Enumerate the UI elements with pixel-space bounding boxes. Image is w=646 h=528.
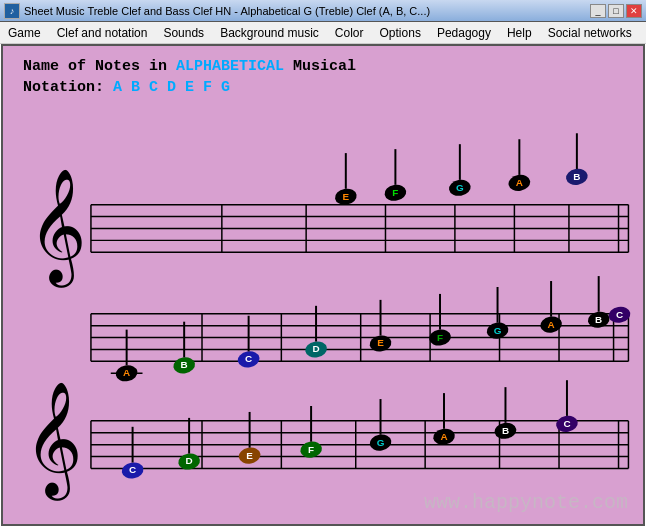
svg-text:A: A xyxy=(123,367,130,378)
svg-text:E: E xyxy=(343,191,350,202)
svg-text:G: G xyxy=(456,182,464,193)
menu-social[interactable]: Social networks xyxy=(540,24,640,42)
svg-text:C: C xyxy=(245,353,252,364)
svg-text:A: A xyxy=(516,177,523,188)
svg-text:D: D xyxy=(186,455,193,466)
menu-options[interactable]: Options xyxy=(372,24,429,42)
svg-text:B: B xyxy=(181,359,188,370)
treble-clef-1: 𝄞 xyxy=(28,169,87,288)
menubar: Game Clef and notation Sounds Background… xyxy=(0,22,646,44)
svg-text:E: E xyxy=(377,337,384,348)
app-icon: ♪ xyxy=(4,3,20,19)
titlebar: ♪ Sheet Music Treble Clef and Bass Clef … xyxy=(0,0,646,22)
menu-background-music[interactable]: Background music xyxy=(212,24,327,42)
svg-text:F: F xyxy=(437,332,443,343)
svg-text:A: A xyxy=(440,431,447,442)
menu-help[interactable]: Help xyxy=(499,24,540,42)
svg-text:G: G xyxy=(494,325,502,336)
svg-text:A: A xyxy=(548,319,555,330)
svg-text:F: F xyxy=(308,444,314,455)
titlebar-text: Sheet Music Treble Clef and Bass Clef HN… xyxy=(24,5,590,17)
menu-clef[interactable]: Clef and notation xyxy=(49,24,156,42)
treble-clef-2: 𝄞 xyxy=(24,382,83,501)
svg-text:D: D xyxy=(312,343,319,354)
svg-text:C: C xyxy=(563,418,570,429)
menu-game[interactable]: Game xyxy=(0,24,49,42)
svg-text:E: E xyxy=(246,450,253,461)
svg-text:B: B xyxy=(595,314,602,325)
svg-text:F: F xyxy=(392,187,398,198)
svg-text:C: C xyxy=(616,309,623,320)
svg-text:C: C xyxy=(129,464,136,475)
music-notation: 𝄞 𝄞 xyxy=(3,46,643,524)
svg-text:B: B xyxy=(502,425,509,436)
close-button[interactable]: ✕ xyxy=(626,4,642,18)
menu-pedagogy[interactable]: Pedagogy xyxy=(429,24,499,42)
menu-color[interactable]: Color xyxy=(327,24,372,42)
website-text: www.happynote.com xyxy=(424,491,628,514)
main-content: Name of Notes in ALPHABETICAL Musical No… xyxy=(1,44,645,526)
titlebar-buttons: _ □ ✕ xyxy=(590,4,642,18)
minimize-button[interactable]: _ xyxy=(590,4,606,18)
maximize-button[interactable]: □ xyxy=(608,4,624,18)
menu-sounds[interactable]: Sounds xyxy=(155,24,212,42)
svg-text:B: B xyxy=(573,171,580,182)
svg-text:G: G xyxy=(377,437,385,448)
